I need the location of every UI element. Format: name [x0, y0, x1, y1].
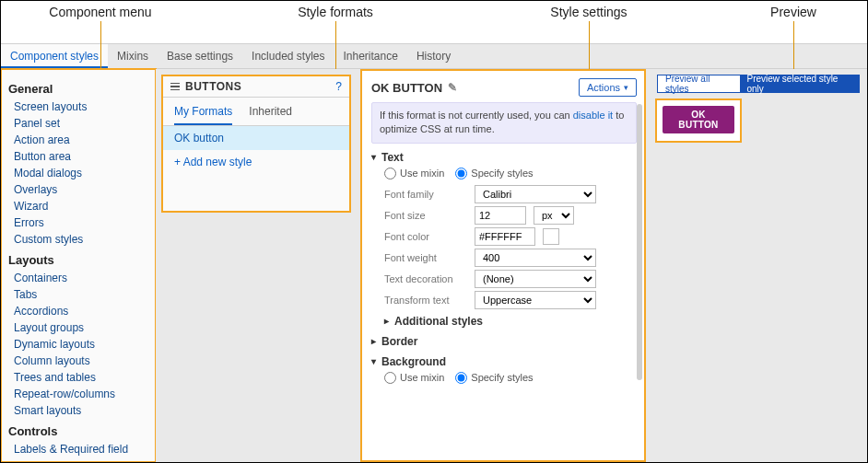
preview-selected-toggle[interactable]: Preview selected style only [740, 75, 860, 92]
preview-stage: OK BUTTON [657, 100, 740, 141]
subsection-additional-styles[interactable]: ▸ Additional styles [384, 315, 637, 328]
cm-item[interactable]: Text inputs & Formatted Text [8, 457, 152, 462]
radio-use-mixin[interactable]: Use mixin [384, 168, 444, 179]
cm-item[interactable]: Column layouts [8, 353, 152, 369]
help-icon[interactable]: ? [335, 80, 342, 93]
cm-item[interactable]: Panel set [8, 115, 152, 132]
select-text-decoration[interactable]: (None) [475, 270, 596, 288]
cm-item[interactable]: Wizard [8, 198, 152, 214]
edit-name-icon[interactable]: ✎ [448, 81, 457, 94]
tab-base-settings[interactable]: Base settings [158, 44, 242, 68]
select-font-size-unit[interactable]: px [534, 206, 574, 225]
tab-component-styles[interactable]: Component styles [1, 44, 108, 68]
cm-item[interactable]: Dynamic layouts [8, 336, 152, 353]
caret-right-icon: ▸ [384, 316, 389, 326]
annot-style-formats: Style formats [298, 5, 373, 19]
annot-style-settings: Style settings [550, 5, 627, 19]
annot-preview: Preview [770, 5, 816, 19]
radio-bg-use-mixin[interactable]: Use mixin [384, 372, 444, 384]
label-font-family: Font family [384, 189, 467, 200]
select-font-family[interactable]: Calibri [475, 185, 596, 203]
disable-link[interactable]: disable it [573, 110, 613, 121]
cm-item[interactable]: Screen layouts [8, 98, 152, 115]
color-swatch[interactable] [543, 228, 559, 245]
formats-tab-myformats[interactable]: My Formats [174, 105, 232, 125]
section-background[interactable]: ▾ Background [371, 355, 637, 368]
cm-heading-general: General [8, 82, 152, 96]
actions-button[interactable]: Actions ▾ [579, 78, 637, 97]
actions-label: Actions [587, 82, 620, 93]
cm-item[interactable]: Errors [8, 214, 152, 231]
section-text[interactable]: ▾ Text [371, 151, 637, 164]
formats-tab-inherited[interactable]: Inherited [249, 105, 292, 125]
tab-history[interactable]: History [407, 44, 460, 68]
formats-title: BUTTONS [185, 80, 241, 93]
preview-all-toggle[interactable]: Preview all styles [658, 75, 740, 92]
cm-heading-layouts: Layouts [8, 253, 152, 267]
hamburger-icon[interactable] [170, 83, 180, 91]
caret-down-icon: ▾ [371, 152, 376, 162]
component-menu: General Screen layouts Panel set Action … [1, 69, 156, 462]
cm-item[interactable]: Custom styles [8, 231, 152, 248]
cm-item[interactable]: Repeat-row/columns [8, 386, 152, 402]
settings-name: OK BUTTON [371, 81, 442, 95]
style-formats-panel: BUTTONS ? My Formats Inherited OK button… [156, 69, 357, 462]
cm-item[interactable]: Trees and tables [8, 369, 152, 386]
cm-item[interactable]: Tabs [8, 286, 152, 303]
cm-item[interactable]: Smart layouts [8, 402, 152, 419]
chevron-down-icon: ▾ [624, 83, 628, 92]
cm-heading-controls: Controls [8, 424, 152, 438]
preview-panel: Preview all styles Preview selected styl… [650, 69, 867, 462]
preview-toggle: Preview all styles Preview selected styl… [657, 75, 860, 93]
section-border[interactable]: ▸ Border [371, 335, 637, 348]
label-font-weight: Font weight [384, 252, 467, 263]
format-item-okbutton[interactable]: OK button [163, 126, 349, 150]
info-disable-bar: If this format is not currently used, yo… [371, 102, 637, 144]
cm-item[interactable]: Action area [8, 132, 152, 148]
label-font-color: Font color [384, 231, 467, 242]
style-settings-panel: OK BUTTON ✎ Actions ▾ If this format is … [357, 69, 650, 462]
add-new-style[interactable]: + Add new style [163, 150, 349, 174]
cm-item[interactable]: Layout groups [8, 319, 152, 336]
annot-component-menu: Component menu [49, 5, 151, 19]
input-font-color[interactable] [475, 227, 535, 246]
tab-mixins[interactable]: Mixins [108, 44, 158, 68]
cm-item[interactable]: Modal dialogs [8, 165, 152, 181]
label-transform-text: Transform text [384, 295, 467, 306]
caret-down-icon: ▾ [371, 356, 376, 366]
radio-specify-styles[interactable]: Specify styles [455, 168, 533, 179]
cm-item[interactable]: Containers [8, 270, 152, 286]
label-font-size: Font size [384, 210, 467, 221]
cm-item[interactable]: Button area [8, 148, 152, 165]
preview-ok-button[interactable]: OK BUTTON [663, 106, 734, 133]
cm-item[interactable]: Labels & Required field [8, 441, 152, 457]
select-font-weight[interactable]: 400 [475, 249, 596, 267]
cm-item[interactable]: Accordions [8, 303, 152, 319]
label-text-decoration: Text decoration [384, 273, 467, 284]
tab-included-styles[interactable]: Included styles [242, 44, 334, 68]
tab-inheritance[interactable]: Inheritance [334, 44, 407, 68]
cm-item[interactable]: Overlays [8, 181, 152, 198]
top-tabs: Component styles Mixins Base settings In… [1, 43, 867, 69]
caret-right-icon: ▸ [371, 336, 376, 346]
input-font-size[interactable] [475, 206, 526, 225]
scrollbar[interactable] [637, 104, 642, 380]
select-transform-text[interactable]: Uppercase [475, 291, 596, 309]
radio-bg-specify-styles[interactable]: Specify styles [455, 372, 533, 384]
